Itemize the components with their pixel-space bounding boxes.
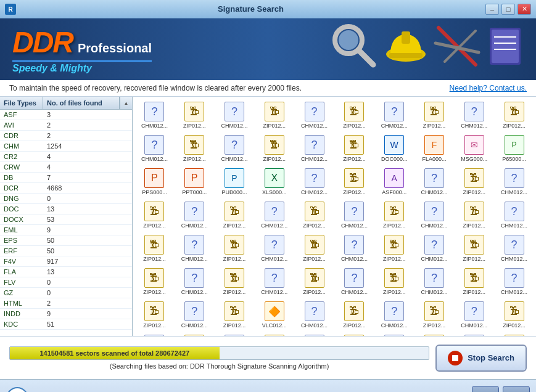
file-item[interactable]: ? CHM012... [255, 266, 294, 298]
table-row[interactable]: EPS50 [0, 235, 132, 246]
file-item[interactable]: ? CHM012... [415, 232, 454, 264]
file-item[interactable]: ? CHM012... [375, 99, 414, 131]
file-item[interactable]: ? CHM012... [295, 332, 334, 336]
help-link[interactable]: Need help? Contact us. [450, 84, 527, 92]
table-row[interactable]: DOC13 [0, 204, 132, 214]
file-item[interactable]: 🗜 ZIP012... [295, 266, 334, 298]
file-item[interactable]: ? CHM012... [335, 232, 374, 264]
file-item[interactable]: 🗜 ZIP012... [415, 299, 454, 331]
file-item[interactable]: ? CHM012... [135, 332, 174, 336]
file-item[interactable]: X XLS000... [255, 166, 294, 198]
file-item[interactable]: 🗜 ZIP012... [495, 332, 534, 336]
file-item[interactable]: ? CHM012... [175, 299, 214, 331]
file-item[interactable]: 🗜 ZIP012... [335, 133, 374, 165]
file-item[interactable]: ? CHM012... [295, 166, 334, 198]
table-row[interactable]: DNG0 [0, 194, 132, 204]
file-item[interactable]: ? CHM012... [495, 232, 534, 264]
file-item[interactable]: ? CHM012... [175, 232, 214, 264]
table-row[interactable]: FLA13 [0, 267, 132, 277]
table-row[interactable]: F4V917 [0, 256, 132, 267]
table-row[interactable]: EML9 [0, 225, 132, 235]
file-item[interactable]: 🗜 ZIP012... [335, 332, 374, 336]
file-item[interactable]: 🗜 ZIP012... [495, 299, 534, 331]
file-item[interactable]: 🗜 ZIP012... [175, 99, 214, 131]
table-row[interactable]: INDD9 [0, 309, 132, 319]
file-item[interactable]: P P65000... [495, 133, 534, 165]
file-item[interactable]: ? CHM012... [175, 266, 214, 298]
file-item[interactable]: 🗜 ZIP012... [215, 199, 254, 231]
table-row[interactable]: DCR4668 [0, 183, 132, 194]
file-item[interactable]: ? CHM012... [335, 266, 374, 298]
file-item[interactable]: 🗜 ZIP012... [215, 232, 254, 264]
file-item[interactable]: ? CHM012... [455, 332, 493, 336]
file-item[interactable]: ? CHM012... [455, 99, 493, 131]
file-item[interactable]: 🗜 ZIP012... [455, 266, 493, 298]
file-item[interactable]: ? CHM012... [415, 266, 454, 298]
file-item[interactable]: W DOC000... [375, 133, 414, 165]
file-item[interactable]: P PUB000... [215, 166, 254, 198]
file-item[interactable]: 🗜 ZIP012... [295, 232, 334, 264]
table-row[interactable]: GZ0 [0, 288, 132, 298]
file-item[interactable]: P PPS000... [135, 166, 174, 198]
file-item[interactable]: 🗜 ZIP012... [255, 99, 294, 131]
file-item[interactable]: ? CHM012... [335, 199, 374, 231]
file-item[interactable]: 🗜 ZIP012... [375, 266, 414, 298]
file-item[interactable]: ? CHM012... [455, 299, 493, 331]
file-item[interactable]: 🗜 ZIP012... [295, 199, 334, 231]
file-item[interactable]: 🗜 ZIP012... [495, 99, 534, 131]
table-row[interactable]: HTML2 [0, 298, 132, 309]
back-button[interactable]: ◀ [472, 386, 499, 393]
file-item[interactable]: 🗜 ZIP012... [255, 332, 294, 336]
file-item[interactable]: 🗜 ZIP012... [135, 299, 174, 331]
file-item[interactable]: P PPT000... [175, 166, 214, 198]
file-item[interactable]: 🗜 ZIP012... [415, 99, 454, 131]
file-item[interactable]: ? CHM012... [495, 266, 534, 298]
minimize-button[interactable]: – [485, 4, 499, 15]
file-item[interactable]: ? CHM012... [215, 133, 254, 165]
file-item[interactable]: ? CHM012... [215, 332, 254, 336]
file-item[interactable]: ? CHM012... [175, 199, 214, 231]
table-row[interactable]: DOCX53 [0, 214, 132, 225]
file-item[interactable]: 🗜 ZIP012... [255, 133, 294, 165]
file-item[interactable]: ? CHM012... [495, 199, 534, 231]
file-item[interactable]: ? CHM012... [415, 199, 454, 231]
file-item[interactable]: ? CHM012... [375, 332, 414, 336]
table-row[interactable]: FLV0 [0, 277, 132, 288]
close-button[interactable]: ✕ [517, 4, 531, 15]
file-item[interactable]: ✉ MSG000... [455, 133, 493, 165]
table-row[interactable]: ASF3 [0, 110, 132, 120]
file-item[interactable]: 🗜 ZIP012... [335, 99, 374, 131]
file-item[interactable]: 🗜 ZIP012... [135, 199, 174, 231]
table-row[interactable]: CRW4 [0, 162, 132, 173]
file-item[interactable]: 🗜 ZIP012... [135, 232, 174, 264]
file-item[interactable]: ? CHM012... [255, 199, 294, 231]
file-item[interactable]: ? CHM012... [135, 99, 174, 131]
file-item[interactable]: ? CHM012... [415, 166, 454, 198]
file-item[interactable]: F FLA000... [415, 133, 454, 165]
file-item[interactable]: 🗜 ZIP012... [375, 199, 414, 231]
table-row[interactable]: AVI2 [0, 120, 132, 131]
file-item[interactable]: ? CHM012... [295, 99, 334, 131]
file-item[interactable]: ? CHM012... [375, 299, 414, 331]
file-item[interactable]: A ASF000... [375, 166, 414, 198]
table-row[interactable]: CDR2 [0, 131, 132, 141]
table-row[interactable]: CR24 [0, 152, 132, 162]
file-item[interactable]: 🗜 ZIP012... [455, 232, 493, 264]
file-item[interactable]: ? CHM012... [495, 166, 534, 198]
file-item[interactable]: 🗜 ZIP012... [335, 299, 374, 331]
file-item[interactable]: 🗜 ZIP012... [135, 266, 174, 298]
restore-button[interactable]: □ [501, 4, 515, 15]
file-item[interactable]: ? CHM012... [255, 232, 294, 264]
file-item[interactable]: 🗜 ZIP012... [455, 166, 493, 198]
table-row[interactable]: KDC51 [0, 319, 132, 330]
table-row[interactable]: CHM1254 [0, 141, 132, 152]
file-item[interactable]: 🗜 ZIP012... [215, 266, 254, 298]
file-item[interactable]: ? CHM012... [215, 99, 254, 131]
forward-button[interactable]: ▶ [503, 386, 530, 393]
file-item[interactable]: 🗜 ZIP012... [175, 133, 214, 165]
file-item[interactable]: 🗜 ZIP012... [215, 299, 254, 331]
file-item[interactable]: 🔶 VLC012... [255, 299, 294, 331]
table-row[interactable]: DB7 [0, 173, 132, 183]
file-item[interactable]: ? CHM012... [295, 133, 334, 165]
file-item[interactable]: 🗜 ZIP012... [335, 166, 374, 198]
